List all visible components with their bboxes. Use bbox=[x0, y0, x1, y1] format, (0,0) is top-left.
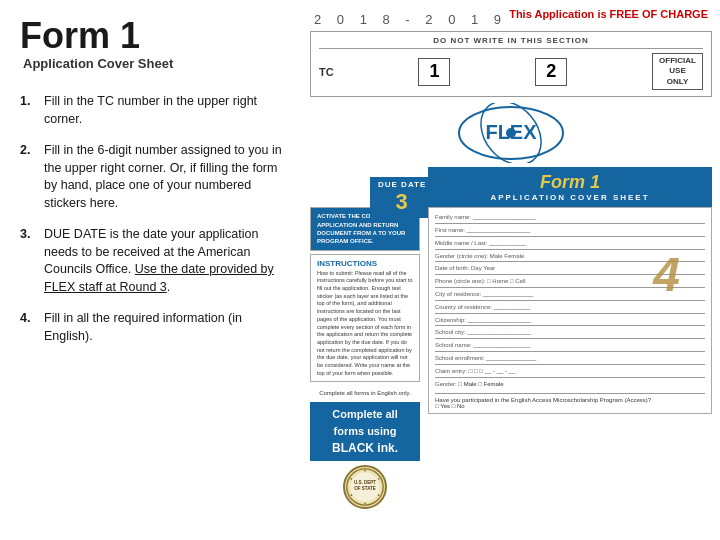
right-panel: 2 0 1 8 - 2 0 1 9 This Application is FR… bbox=[310, 0, 720, 540]
svg-point-8 bbox=[364, 470, 366, 472]
field-citizenship: Citizenship: ___________________ bbox=[435, 315, 705, 327]
complete-bold: BLACK ink. bbox=[318, 439, 412, 457]
complete-line2: Complete all bbox=[318, 406, 412, 423]
flex-logo-area: FLEX bbox=[310, 103, 712, 163]
svg-point-13 bbox=[350, 478, 352, 480]
free-charge-text: This Application is FREE OF CHARGE bbox=[509, 8, 708, 20]
number-box-2: 2 bbox=[535, 58, 567, 86]
svg-text:U.S. DEPT: U.S. DEPT bbox=[354, 481, 376, 486]
flex-logo: FLEX bbox=[456, 103, 566, 163]
official-use-box: OFFICIALUSEONLY bbox=[652, 53, 703, 90]
right-content: 2 0 1 8 - 2 0 1 9 This Application is FR… bbox=[310, 8, 712, 532]
form1-body-preview: Family name: ___________________ First n… bbox=[428, 207, 712, 414]
form-subtitle: Application Cover Sheet bbox=[23, 56, 290, 71]
due-date-badge: DUE DATE 3 bbox=[370, 177, 434, 218]
form1-header-preview: Form 1 APPLICATION COVER SHEET bbox=[428, 167, 712, 207]
number-4-overlay: 4 bbox=[653, 247, 680, 302]
form1-preview-subtitle: APPLICATION COVER SHEET bbox=[428, 193, 712, 202]
top-bar: 2 0 1 8 - 2 0 1 9 This Application is FR… bbox=[310, 8, 712, 27]
instructions-list: 1. Fill in the TC number in the upper ri… bbox=[20, 93, 290, 345]
field-country: Country of residence: ___________ bbox=[435, 302, 705, 314]
instructions-box-title: INSTRUCTIONS bbox=[317, 259, 413, 268]
year-range: 2 0 1 8 - 2 0 1 9 bbox=[314, 12, 507, 27]
field-first-name: First name: ___________________ bbox=[435, 225, 705, 237]
complete-box: Complete all forms using BLACK ink. bbox=[310, 402, 420, 461]
list-text-4: Fill in all the required information (in… bbox=[44, 310, 290, 345]
complete-english-text: Complete all forms in English only. bbox=[310, 388, 420, 398]
complete-line3: forms using bbox=[318, 423, 412, 440]
list-text-2: Fill in the 6-digit number assigned to y… bbox=[44, 142, 290, 212]
svg-point-12 bbox=[350, 495, 352, 497]
do-not-write-label: DO NOT WRITE IN THIS SECTION bbox=[319, 36, 703, 49]
list-text-1: Fill in the TC number in the upper right… bbox=[44, 93, 290, 128]
list-item: 4. Fill in all the required information … bbox=[20, 310, 290, 345]
page: Form 1 Application Cover Sheet 1. Fill i… bbox=[0, 0, 720, 540]
field-school-city: School city: ___________________ bbox=[435, 327, 705, 339]
list-number-4: 4. bbox=[20, 310, 36, 345]
instructions-box-text: How to submit: Please read all of the in… bbox=[317, 270, 413, 378]
list-text-3: DUE DATE is the date your application ne… bbox=[44, 226, 290, 296]
list-number-3: 3. bbox=[20, 226, 36, 296]
tc-label: TC bbox=[319, 66, 334, 78]
form-title: Form 1 bbox=[20, 18, 290, 54]
form1-preview-title: Form 1 bbox=[428, 172, 712, 193]
list-number-1: 1. bbox=[20, 93, 36, 128]
do-not-write-fields: TC 1 2 OFFICIALUSEONLY bbox=[319, 53, 703, 90]
left-panel: Form 1 Application Cover Sheet 1. Fill i… bbox=[0, 0, 310, 540]
due-date-label: DUE DATE bbox=[378, 180, 426, 189]
preview-wrapper: DUE DATE 3 ACTIVATE THE COMPLETED APPLIC… bbox=[310, 167, 712, 509]
right-doc: Form 1 APPLICATION COVER SHEET Family na… bbox=[428, 167, 712, 509]
instructions-box: INSTRUCTIONS How to submit: Please read … bbox=[310, 254, 420, 383]
seal: U.S. DEPT OF STATE bbox=[343, 465, 387, 509]
left-preview-block: DUE DATE 3 ACTIVATE THE COMPLETED APPLIC… bbox=[310, 167, 420, 509]
field-family-name: Family name: ___________________ bbox=[435, 212, 705, 224]
do-not-write-section: DO NOT WRITE IN THIS SECTION TC 1 2 OFFI… bbox=[310, 31, 712, 97]
list-item: 2. Fill in the 6-digit number assigned t… bbox=[20, 142, 290, 212]
number-box-1: 1 bbox=[418, 58, 450, 86]
due-date-number: 3 bbox=[378, 189, 426, 215]
svg-text:FLEX: FLEX bbox=[485, 121, 537, 143]
list-item: 1. Fill in the TC number in the upper ri… bbox=[20, 93, 290, 128]
seal-area: U.S. DEPT OF STATE bbox=[310, 465, 420, 509]
list-item: 3. DUE DATE is the date your application… bbox=[20, 226, 290, 296]
field-enrollment: School enrollment: _______________ bbox=[435, 353, 705, 365]
field-claim: Claim entry: □ □ □ __ - __ - __ bbox=[435, 366, 705, 378]
field-gender2: Gender: □ Male □ Female bbox=[435, 379, 705, 390]
svg-point-10 bbox=[378, 495, 380, 497]
svg-point-11 bbox=[364, 503, 366, 505]
svg-point-9 bbox=[378, 478, 380, 480]
participated-question: Have you participated in the English Acc… bbox=[435, 393, 705, 409]
svg-text:OF STATE: OF STATE bbox=[354, 486, 376, 491]
list-number-2: 2. bbox=[20, 142, 36, 212]
field-school-name: School name: _________________ bbox=[435, 340, 705, 352]
due-date-end-text: . bbox=[167, 280, 170, 294]
